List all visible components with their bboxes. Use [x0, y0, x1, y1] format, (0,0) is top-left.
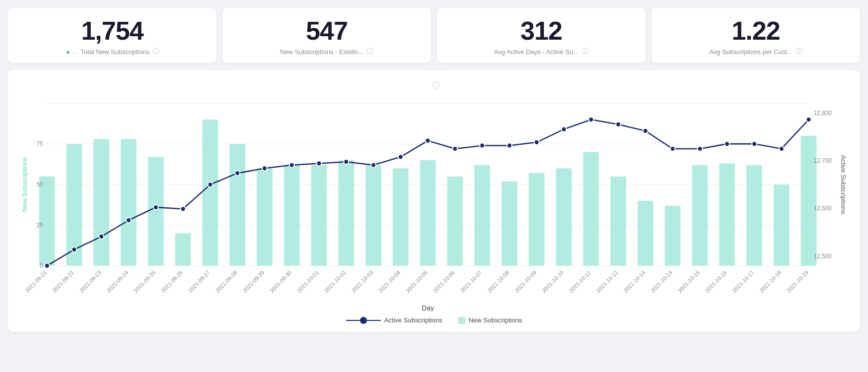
- legend-new-label: New Subscriptions: [469, 316, 522, 324]
- legend-line-active2: [367, 320, 381, 321]
- svg-text:2021-10-02: 2021-10-02: [323, 269, 347, 294]
- chart-card: ⓘ 0255075New Subscriptions12,50012,60012…: [8, 70, 860, 332]
- svg-text:2021-10-13: 2021-10-13: [622, 269, 646, 294]
- svg-text:2021-09-23: 2021-09-23: [78, 269, 102, 294]
- svg-text:2021-10-14: 2021-10-14: [650, 269, 673, 294]
- svg-text:50: 50: [36, 181, 43, 188]
- svg-point-47: [398, 154, 403, 159]
- metrics-row: 1,754▲ ...Total New Subscriptionsⓘ547New…: [8, 8, 860, 63]
- svg-text:12,500: 12,500: [813, 253, 832, 260]
- svg-rect-7: [93, 139, 109, 266]
- svg-point-38: [153, 205, 158, 210]
- chart-area: 0255075New Subscriptions12,50012,60012,7…: [20, 98, 848, 311]
- svg-text:2021-10-03: 2021-10-03: [351, 269, 374, 294]
- svg-rect-11: [202, 120, 218, 266]
- metric-label-total-new-subscriptions: Total New Subscriptions: [80, 48, 149, 56]
- svg-text:2021-09-21: 2021-09-21: [24, 269, 48, 294]
- svg-rect-33: [801, 136, 817, 266]
- svg-rect-29: [692, 165, 708, 266]
- svg-rect-28: [665, 206, 681, 266]
- svg-point-58: [697, 146, 702, 151]
- svg-text:2021-10-01: 2021-10-01: [296, 269, 320, 294]
- metric-value-avg-subscriptions-per-customer: 1.22: [731, 17, 780, 45]
- svg-text:2021-10-12: 2021-10-12: [595, 269, 619, 294]
- svg-point-59: [724, 141, 729, 146]
- metric-value-total-new-subscriptions: 1,754: [81, 17, 143, 45]
- svg-rect-27: [638, 201, 653, 266]
- svg-text:12,700: 12,700: [813, 157, 832, 164]
- svg-point-61: [779, 146, 784, 151]
- svg-text:2021-09-30: 2021-09-30: [269, 269, 292, 294]
- svg-text:2021-10-09: 2021-10-09: [513, 269, 537, 294]
- svg-point-48: [426, 138, 431, 143]
- metric-info-icon-new-subscriptions-existing[interactable]: ⓘ: [366, 47, 373, 56]
- svg-rect-12: [229, 144, 245, 266]
- svg-point-45: [344, 159, 349, 164]
- svg-text:2021-09-25: 2021-09-25: [133, 269, 156, 294]
- metric-info-icon-total-new-subscriptions[interactable]: ⓘ: [152, 47, 159, 56]
- svg-rect-19: [420, 160, 436, 266]
- metric-trend-icon: ▲ ...: [65, 48, 77, 55]
- svg-text:2021-10-15: 2021-10-15: [677, 269, 701, 294]
- svg-rect-31: [746, 165, 762, 266]
- chart-title-row: ⓘ: [20, 81, 848, 90]
- svg-rect-30: [719, 164, 735, 266]
- legend-square-new: [458, 317, 465, 324]
- svg-text:25: 25: [36, 222, 43, 229]
- svg-point-60: [752, 141, 757, 146]
- svg-point-42: [262, 166, 267, 171]
- svg-text:2021-09-24: 2021-09-24: [106, 269, 130, 294]
- svg-point-36: [99, 234, 104, 239]
- legend-active-label: Active Subscriptions: [384, 316, 442, 324]
- svg-rect-8: [121, 139, 137, 266]
- svg-text:2021-10-08: 2021-10-08: [487, 269, 510, 294]
- svg-point-53: [562, 127, 567, 132]
- svg-point-35: [72, 247, 76, 252]
- svg-point-44: [316, 161, 321, 166]
- svg-point-50: [480, 143, 485, 148]
- svg-rect-25: [583, 152, 599, 266]
- metric-info-icon-avg-subscriptions-per-customer[interactable]: ⓘ: [796, 47, 802, 56]
- svg-text:2021-10-17: 2021-10-17: [731, 269, 755, 294]
- svg-point-57: [670, 146, 675, 151]
- svg-rect-21: [474, 165, 490, 266]
- metric-info-icon-avg-active-days[interactable]: ⓘ: [581, 47, 588, 56]
- metric-label-avg-active-days: Avg Active Days - Active Su...: [494, 48, 579, 56]
- svg-point-39: [181, 206, 186, 211]
- svg-rect-20: [447, 177, 463, 266]
- metric-label-row-new-subscriptions-existing: New Subscriptions - Existin...ⓘ: [280, 47, 373, 56]
- svg-point-54: [588, 117, 593, 122]
- svg-text:12,800: 12,800: [813, 110, 832, 117]
- svg-rect-32: [774, 185, 790, 266]
- metric-card-avg-subscriptions-per-customer: 1.22Avg Subscriptions per Cust...ⓘ: [651, 8, 860, 63]
- svg-rect-22: [502, 182, 517, 266]
- legend-line-active: [346, 320, 360, 321]
- svg-point-52: [534, 140, 539, 145]
- svg-rect-18: [393, 168, 409, 266]
- svg-rect-15: [311, 165, 327, 266]
- metric-card-avg-active-days: 312Avg Active Days - Active Su...ⓘ: [437, 8, 646, 63]
- svg-point-46: [371, 163, 376, 168]
- svg-point-49: [452, 146, 457, 151]
- svg-rect-23: [529, 173, 545, 266]
- metric-label-row-avg-active-days: Avg Active Days - Active Su...ⓘ: [494, 47, 588, 56]
- svg-point-56: [643, 128, 648, 133]
- legend-active-subscriptions: Active Subscriptions: [346, 316, 442, 324]
- metric-label-avg-subscriptions-per-customer: Avg Subscriptions per Cust...: [709, 48, 792, 56]
- svg-point-43: [289, 163, 294, 168]
- svg-text:2021-10-05: 2021-10-05: [405, 269, 429, 294]
- svg-rect-17: [365, 165, 381, 266]
- svg-text:12,600: 12,600: [813, 205, 832, 212]
- svg-point-41: [235, 171, 240, 176]
- svg-rect-24: [556, 168, 572, 266]
- chart-info-icon[interactable]: ⓘ: [433, 81, 440, 90]
- svg-text:2021-10-19: 2021-10-19: [786, 269, 809, 294]
- legend-dot-active: [360, 317, 367, 324]
- metric-label-new-subscriptions-existing: New Subscriptions - Existin...: [280, 48, 363, 56]
- metric-value-avg-active-days: 312: [520, 17, 562, 45]
- svg-point-51: [507, 143, 512, 148]
- svg-text:2021-09-29: 2021-09-29: [241, 269, 265, 294]
- svg-text:2021-10-16: 2021-10-16: [704, 269, 728, 294]
- svg-text:2021-10-10: 2021-10-10: [541, 269, 565, 294]
- svg-text:2021-09-27: 2021-09-27: [187, 269, 211, 294]
